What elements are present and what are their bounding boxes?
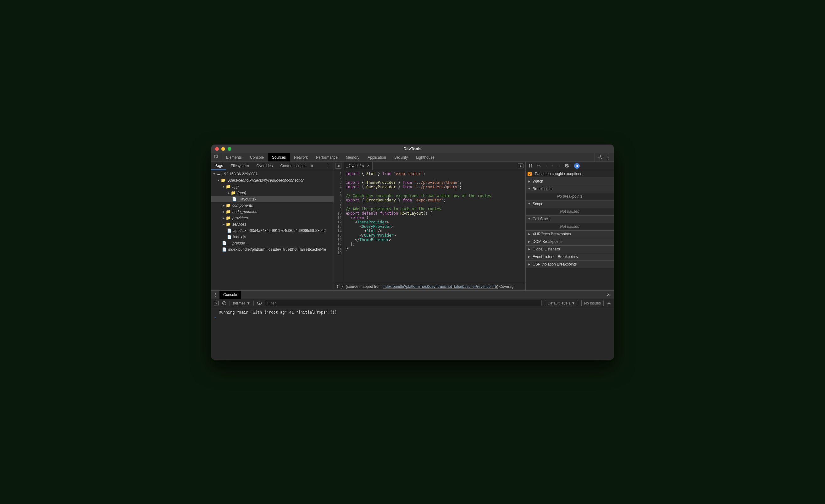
pause-on-caught-row[interactable]: ✓ Pause on caught exceptions [526, 170, 614, 177]
devtools-window: DevTools Elements Console Sources Networ… [211, 145, 614, 360]
more-tabs-icon[interactable]: » [311, 164, 313, 168]
pause-on-caught-label: Pause on caught exceptions [535, 172, 582, 176]
tree-project-folder[interactable]: ▼ 📁 Users/cedric/Projects/bycedric/techc… [211, 177, 333, 183]
xhr-breakpoints-header[interactable]: ▶XHR/fetch Breakpoints [526, 231, 614, 238]
console-filter-input[interactable] [265, 300, 541, 306]
tree-components-folder[interactable]: ▶ 📁 components [211, 202, 333, 208]
context-selector[interactable]: hermes ▼ [233, 301, 250, 306]
tree-ctx-label: app?ctx=f63d4a7484f499117c4cf80a4d9386df… [233, 229, 326, 233]
tab-lighthouse[interactable]: Lighthouse [412, 153, 439, 162]
tree-layout-file[interactable]: 📄 _layout.tsx [211, 196, 333, 202]
source-map-link[interactable]: index.bundle?platform=ios&dev=true&hot=f… [383, 284, 497, 289]
drawer-menu-icon[interactable]: ⋮ [211, 292, 219, 297]
clear-console-icon[interactable] [222, 301, 226, 306]
console-settings-gear-icon[interactable] [607, 301, 611, 306]
console-output[interactable]: Running "main" with {"rootTag":41,"initi… [211, 308, 614, 360]
minimize-window-button[interactable] [221, 147, 225, 151]
kebab-menu-icon[interactable]: ⋮ [606, 155, 611, 160]
tab-application[interactable]: Application [364, 153, 390, 162]
event-listener-bp-header[interactable]: ▶Event Listener Breakpoints [526, 253, 614, 260]
tree-index-file[interactable]: 📄 index.js [211, 234, 333, 240]
dom-breakpoints-header[interactable]: ▶DOM Breakpoints [526, 238, 614, 245]
navigator-menu-icon[interactable]: ⋮ [324, 164, 332, 168]
tree-bundle-file[interactable]: 📄 index.bundle?platform=ios&dev=true&hot… [211, 246, 333, 253]
event-listener-label: Event Listener Breakpoints [533, 255, 578, 259]
callstack-section-header[interactable]: ▼Call Stack [526, 216, 614, 223]
tree-providers-folder[interactable]: ▶ 📁 providers [211, 215, 333, 221]
tab-performance[interactable]: Performance [312, 153, 342, 162]
issues-button[interactable]: No Issues [581, 300, 604, 306]
scope-not-paused-text: Not paused [526, 208, 614, 215]
settings-gear-icon[interactable] [598, 155, 603, 160]
step-over-icon[interactable] [537, 164, 541, 168]
scope-section-header[interactable]: ▼Scope [526, 200, 614, 208]
status-prefix: (source mapped from [346, 284, 383, 289]
breakpoints-label: Breakpoints [533, 187, 552, 191]
watch-label: Watch [533, 179, 543, 183]
line-gutter: 12345678910111213141516171819 [334, 170, 344, 283]
subtab-filesystem[interactable]: Filesystem [228, 162, 252, 170]
breakpoints-section-header[interactable]: ▼Breakpoints [526, 185, 614, 193]
live-expression-icon[interactable] [257, 301, 262, 305]
tab-network[interactable]: Network [290, 153, 312, 162]
svg-point-1 [600, 157, 601, 158]
debugger-panel: ↓ ↑ → ✓ Pause on caught exceptions ▶Watc… [526, 162, 614, 290]
deactivate-breakpoints-icon[interactable] [565, 164, 570, 168]
svg-rect-6 [576, 165, 577, 167]
tree-components-label: components [232, 203, 253, 208]
csp-violation-bp-header[interactable]: ▶CSP Violation Breakpoints [526, 261, 614, 268]
global-listeners-header[interactable]: ▶Global Listeners [526, 246, 614, 253]
subtab-overrides[interactable]: Overrides [253, 162, 276, 170]
tab-memory[interactable]: Memory [342, 153, 364, 162]
tab-elements[interactable]: Elements [222, 153, 246, 162]
folder-icon: 📁 [226, 216, 231, 220]
tab-console[interactable]: Console [246, 153, 268, 162]
tree-app-inner-label: (app) [237, 191, 246, 195]
toggle-navigator-button[interactable]: ◀ [335, 163, 342, 169]
tree-services-label: services [232, 222, 246, 227]
tree-node-modules-folder[interactable]: ▶ 📁 node_modules [211, 208, 333, 215]
pretty-print-icon[interactable]: { } [336, 284, 343, 289]
close-drawer-icon[interactable]: ✕ [603, 292, 614, 297]
folder-icon: 📁 [226, 222, 231, 227]
log-levels-selector[interactable]: Default levels▼ [545, 300, 578, 306]
close-tab-icon[interactable]: ✕ [367, 164, 370, 168]
tab-security[interactable]: Security [390, 153, 412, 162]
tree-app-inner-folder[interactable]: ▶ 📁 (app) [211, 190, 333, 196]
svg-rect-2 [529, 164, 530, 167]
editor-file-tab-label: _layout.tsx [347, 164, 364, 168]
step-icon[interactable]: → [557, 164, 561, 168]
toggle-debugger-button[interactable]: ▶ [518, 163, 523, 168]
navigator-panel: Page Filesystem Overrides Content script… [211, 162, 334, 290]
main-tab-strip: Elements Console Sources Network Perform… [211, 153, 614, 162]
tree-origin[interactable]: ▼ ☁ 192.168.86.229:8081 [211, 171, 333, 177]
step-into-icon[interactable]: ↓ [545, 164, 547, 168]
tree-services-folder[interactable]: ▶ 📁 services [211, 221, 333, 228]
tab-sources[interactable]: Sources [268, 153, 290, 162]
scope-label: Scope [533, 202, 543, 206]
console-prompt[interactable]: › [214, 315, 611, 320]
tree-app-folder[interactable]: ▼ 📁 app [211, 183, 333, 190]
close-window-button[interactable] [215, 147, 219, 151]
inspect-element-icon[interactable] [211, 153, 222, 162]
checkbox-checked-icon: ✓ [528, 172, 532, 176]
editor-tabstrip: ◀ _layout.tsx ✕ ▶ [334, 162, 525, 170]
pause-on-exceptions-icon[interactable] [574, 163, 580, 169]
tree-app-label: app [232, 184, 239, 189]
traffic-lights [211, 147, 231, 151]
editor-file-tab[interactable]: _layout.tsx ✕ [344, 162, 373, 170]
tree-prelude-file[interactable]: 📄 __prelude__ [211, 240, 333, 246]
subtab-content-scripts[interactable]: Content scripts [277, 162, 308, 170]
watch-section-header[interactable]: ▶Watch [526, 178, 614, 185]
tree-ctx-file[interactable]: 📄 app?ctx=f63d4a7484f499117c4cf80a4d9386… [211, 228, 333, 234]
zoom-window-button[interactable] [228, 147, 231, 151]
folder-icon: 📁 [231, 190, 236, 195]
pause-script-icon[interactable] [529, 164, 533, 168]
console-sidebar-toggle-icon[interactable] [214, 301, 219, 306]
drawer-console-tab[interactable]: Console [219, 290, 241, 299]
svg-point-4 [540, 166, 541, 167]
xhr-label: XHR/fetch Breakpoints [533, 232, 571, 236]
code-editor[interactable]: 12345678910111213141516171819 import { S… [334, 170, 525, 283]
subtab-page[interactable]: Page [211, 162, 226, 170]
step-out-icon[interactable]: ↑ [551, 164, 553, 168]
